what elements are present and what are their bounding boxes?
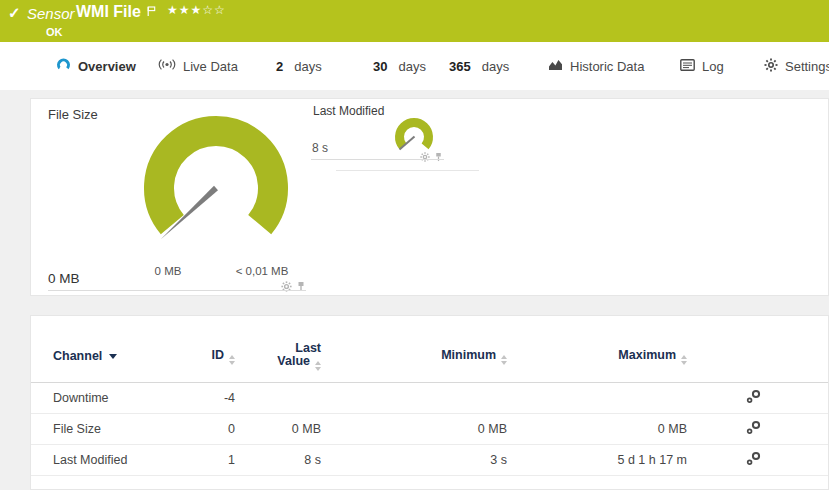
tab-log[interactable]: Log — [680, 42, 724, 90]
last-modified-widget-divider — [311, 159, 444, 160]
stars-filled-icon: ★★★ — [167, 3, 202, 17]
table-row-downtime: Downtime -4 — [31, 383, 828, 414]
sensor-kind-label: Sensor — [27, 5, 75, 22]
tab-2-days-unit: days — [294, 59, 321, 74]
channel-id: 0 — [203, 422, 235, 436]
last-modified-widget-divider-2 — [336, 170, 479, 171]
tab-2-days-number: 2 — [276, 59, 283, 74]
sensor-header: ✓ Sensor WMI File ★★★☆☆ OK — [0, 0, 829, 42]
tab-historic-data[interactable]: Historic Data — [548, 42, 644, 90]
gauge-gear-icon[interactable] — [281, 278, 292, 296]
column-header-channel[interactable]: Channel — [53, 349, 203, 363]
column-header-maximum[interactable]: Maximum — [507, 348, 687, 365]
sensor-status-badge: OK — [46, 26, 63, 38]
column-header-last-value-line2: Value — [277, 354, 310, 368]
tab-365-days[interactable]: 365 days — [449, 42, 509, 90]
channel-maximum: 0 MB — [507, 422, 687, 436]
file-size-gauge — [131, 109, 301, 263]
tab-30-days-unit: days — [398, 59, 425, 74]
tab-live-data-label: Live Data — [183, 59, 238, 74]
channels-table-panel: Channel ID Last Value Minimum Maximum Do… — [30, 315, 829, 490]
tab-overview[interactable]: Overview — [56, 42, 136, 90]
channel-name[interactable]: File Size — [53, 422, 203, 436]
channel-minimum: 0 MB — [321, 422, 507, 436]
gear-icon — [764, 58, 778, 75]
tab-365-days-number: 365 — [449, 59, 471, 74]
gauge-gear-icon[interactable] — [420, 148, 430, 166]
stars-empty-icon: ☆☆ — [202, 3, 226, 17]
tab-bar: Overview Live Data 2 days 30 days 365 da… — [0, 42, 829, 90]
sensor-title: WMI File — [76, 3, 141, 21]
tab-2-days[interactable]: 2 days — [276, 42, 322, 90]
flag-icon[interactable] — [147, 3, 156, 21]
sort-arrows-icon — [681, 355, 687, 365]
channel-minimum: 3 s — [321, 453, 507, 467]
gauge-icon — [56, 57, 71, 75]
channel-maximum: 5 d 1 h 17 m — [507, 453, 687, 467]
channel-id: -4 — [203, 391, 235, 405]
tab-historic-data-label: Historic Data — [570, 59, 644, 74]
file-size-gauge-min-label: 0 MB — [138, 265, 198, 277]
tab-30-days-number: 30 — [373, 59, 387, 74]
tab-settings-label: Settings — [785, 59, 829, 74]
tab-30-days[interactable]: 30 days — [373, 42, 426, 90]
priority-stars[interactable]: ★★★☆☆ — [167, 3, 226, 17]
column-header-channel-label: Channel — [53, 349, 102, 363]
channel-settings-icon[interactable] — [687, 451, 798, 469]
column-header-minimum-label: Minimum — [441, 348, 496, 362]
chevron-down-icon — [109, 354, 117, 359]
channel-settings-icon[interactable] — [687, 389, 798, 407]
channel-id: 1 — [203, 453, 235, 467]
column-header-id-label: ID — [212, 348, 225, 362]
tab-live-data[interactable]: Live Data — [158, 42, 238, 90]
column-header-minimum[interactable]: Minimum — [321, 348, 507, 365]
gauge-pin-icon[interactable] — [296, 278, 306, 296]
file-size-gauge-title: File Size — [48, 107, 98, 122]
channel-last-value: 8 s — [235, 453, 321, 467]
channel-name[interactable]: Downtime — [53, 391, 203, 405]
area-chart-icon — [548, 58, 563, 74]
tab-settings[interactable]: Settings — [764, 42, 829, 90]
tab-log-label: Log — [702, 59, 724, 74]
column-header-id[interactable]: ID — [203, 348, 235, 365]
file-size-widget-divider — [48, 290, 306, 291]
file-size-gauge-max-label: < 0,01 MB — [227, 265, 297, 277]
status-check-icon: ✓ — [8, 4, 21, 22]
tab-365-days-unit: days — [482, 59, 509, 74]
gauge-pin-icon[interactable] — [434, 148, 443, 166]
column-header-maximum-label: Maximum — [618, 348, 676, 362]
file-size-current-value: 0 MB — [48, 271, 80, 286]
last-modified-current-value: 8 s — [312, 141, 328, 155]
table-row-file-size: File Size 0 0 MB 0 MB 0 MB — [31, 414, 828, 445]
overview-gauges-panel: File Size 0 MB < 0,01 MB 0 MB — [30, 98, 829, 296]
log-window-icon — [680, 59, 695, 74]
channel-last-value: 0 MB — [235, 422, 321, 436]
tab-overview-label: Overview — [78, 59, 136, 74]
table-row-last-modified: Last Modified 1 8 s 3 s 5 d 1 h 17 m — [31, 445, 828, 476]
channels-table-header-row: Channel ID Last Value Minimum Maximum — [31, 330, 828, 383]
column-header-last-value[interactable]: Last Value — [235, 342, 321, 371]
last-modified-gauge-title: Last Modified — [313, 104, 384, 118]
live-signal-icon — [158, 58, 176, 74]
channel-name[interactable]: Last Modified — [53, 453, 203, 467]
channel-settings-icon[interactable] — [687, 420, 798, 438]
